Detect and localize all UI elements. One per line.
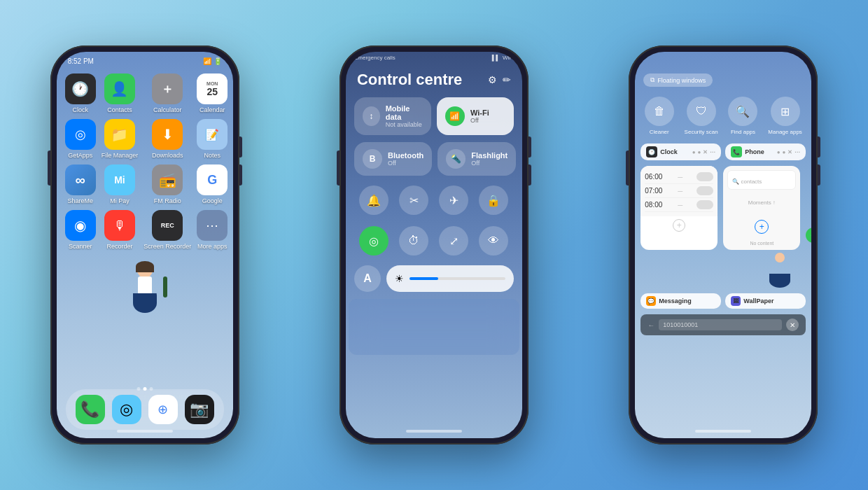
app-scanner[interactable]: ◉ Scanner xyxy=(65,210,96,250)
manageapps-label: Manage apps xyxy=(768,129,802,135)
findapps-icon: 🔍 xyxy=(728,97,757,126)
auto-brightness-btn[interactable]: A xyxy=(354,265,381,292)
dock-chrome[interactable]: ⊕ xyxy=(148,395,178,424)
phone-add-btn[interactable]: + xyxy=(755,220,769,234)
app-downloads-label: Downloads xyxy=(152,152,183,159)
app-fmradio[interactable]: 📻 FM Radio xyxy=(144,164,191,204)
brightness-icon: ☀ xyxy=(395,273,404,284)
airplane-btn[interactable]: ✈ xyxy=(439,186,468,215)
messaging-chip-label: Messaging xyxy=(659,298,692,304)
edit-icon[interactable]: ✏ xyxy=(503,74,511,85)
alarm-toggle-0700[interactable] xyxy=(696,186,713,195)
clock-header-actions: ● ● ✕ ⋯ xyxy=(692,149,716,155)
eye-btn[interactable]: 👁 xyxy=(479,226,508,255)
power-btn[interactable] xyxy=(48,150,50,186)
app-shareme[interactable]: ∞ ShareMe xyxy=(65,164,96,204)
action-cleaner[interactable]: 🗑 Cleaner xyxy=(645,97,674,135)
app-calculator[interactable]: ＋ Calculator xyxy=(144,74,191,113)
manageapps-icon: ⊞ xyxy=(771,97,800,126)
app-moreapps[interactable]: ⋯ More apps xyxy=(197,210,227,250)
clock-app-header[interactable]: 🕐 Clock ● ● ✕ ⋯ xyxy=(640,144,721,160)
wallpaper-chip[interactable]: 🖼 WallPaper xyxy=(725,293,806,309)
app-notes[interactable]: 📝 Notes xyxy=(197,119,227,159)
settings-icon[interactable]: ⚙ xyxy=(488,74,497,85)
app-filemanager[interactable]: 📁 File Manager xyxy=(102,119,139,159)
back-arrow-icon[interactable]: ← xyxy=(648,321,654,329)
expand-btn[interactable]: ⤢ xyxy=(439,226,468,255)
cc-tile-mobiledata[interactable]: ↕ Mobile data Not available xyxy=(354,97,431,135)
phone2-vol-up[interactable] xyxy=(528,136,531,158)
screenshot-btn[interactable]: ✂ xyxy=(399,186,428,215)
add-recent-btn[interactable]: + xyxy=(806,227,811,243)
alarm-time-0800: 08:00 xyxy=(645,201,662,209)
cc-tile-flashlight[interactable]: 🔦 Flashlight Off xyxy=(438,142,516,176)
page-dots xyxy=(136,387,153,391)
app-contacts[interactable]: 👤 Contacts xyxy=(102,74,139,113)
phone3-power[interactable] xyxy=(626,150,629,186)
action-manageapps[interactable]: ⊞ Manage apps xyxy=(768,97,802,135)
lock-btn[interactable]: 🔒 xyxy=(479,186,508,215)
phone3-character xyxy=(635,253,811,288)
location-btn[interactable]: ◎ xyxy=(359,226,388,255)
phone2-notif-bar: Emergency calls ▌▌ WiFi xyxy=(346,52,522,64)
floating-windows-btn[interactable]: ⧉ Floating windows xyxy=(643,74,713,87)
add-alarm-btn[interactable]: + xyxy=(673,219,685,232)
phone-card-body: 🔍 contacts Moments ↑ + No content xyxy=(723,166,800,250)
app-calendar[interactable]: MON25 Calendar xyxy=(197,74,227,113)
phone3-vol-up[interactable] xyxy=(818,136,820,158)
wifi-icon: 🔋 xyxy=(214,57,222,65)
app-mipay[interactable]: Mi Mi Pay xyxy=(102,164,139,204)
phone2-power[interactable] xyxy=(337,150,340,186)
close-search-btn[interactable]: ✕ xyxy=(786,318,799,331)
action-security[interactable]: 🛡 Security scan xyxy=(685,97,718,135)
cc-tile-wifi-text: Wi-Fi Off xyxy=(470,108,489,124)
phone2-home-indicator[interactable] xyxy=(406,430,462,433)
dock-camera[interactable]: 📷 xyxy=(185,395,214,424)
security-label: Security scan xyxy=(685,129,718,135)
app-screenrecorder[interactable]: REC Screen Recorder xyxy=(144,210,191,250)
search-input-sim[interactable]: 1010010001 xyxy=(659,319,782,330)
security-icon: 🛡 xyxy=(687,97,716,126)
dock-phone[interactable]: 📞 xyxy=(76,395,105,424)
cc-tile-wifi[interactable]: 📶 Wi-Fi Off xyxy=(437,97,514,135)
getapps-icon: ◎ xyxy=(65,119,96,150)
alarm-toggle-0600[interactable] xyxy=(696,172,713,181)
phone3-home-indicator[interactable] xyxy=(695,430,751,433)
cc-tile-bluetooth[interactable]: B Bluetooth Off xyxy=(354,142,432,176)
action-findapps[interactable]: 🔍 Find apps xyxy=(728,97,757,135)
messaging-chip-icon: 💬 xyxy=(646,296,656,306)
app-filemanager-label: File Manager xyxy=(102,152,139,159)
vol-up-btn[interactable] xyxy=(239,136,242,158)
cc-brightness-row: A ☀ xyxy=(346,261,522,296)
search-query: 1010010001 xyxy=(663,321,698,328)
clock-recent-card[interactable]: 06:00 — 07:00 — 08:00 — xyxy=(640,166,718,250)
app-clock[interactable]: 🕐 Clock xyxy=(65,74,96,113)
cc-header: Control centre ⚙ ✏ xyxy=(346,64,522,93)
phone-app-header[interactable]: 📞 Phone ● ● ✕ ⋯ xyxy=(725,144,806,160)
timer-btn[interactable]: ⏱ xyxy=(399,226,428,255)
phone1-home-indicator[interactable] xyxy=(117,430,173,433)
cc-header-icons: ⚙ ✏ xyxy=(488,74,511,85)
vol-dn-btn[interactable] xyxy=(239,164,242,186)
phone-search-sim[interactable]: 🔍 contacts xyxy=(727,170,796,190)
downloads-icon: ⬇ xyxy=(152,119,183,150)
character-area xyxy=(57,255,233,340)
alarm-toggle-0800[interactable] xyxy=(696,200,713,209)
alarm-0600: 06:00 — xyxy=(645,170,713,184)
dock-browser[interactable]: ◎ xyxy=(112,395,141,424)
app-getapps[interactable]: ◎ GetApps xyxy=(65,119,96,159)
cc-blur-area xyxy=(349,299,519,355)
phone2-wrapper: Emergency calls ▌▌ WiFi Control centre ⚙… xyxy=(340,46,528,444)
calculator-icon: ＋ xyxy=(152,74,183,104)
phone2-vol-dn[interactable] xyxy=(528,164,531,186)
phone3-status-bar: 8:52 xyxy=(635,52,811,68)
bell-btn[interactable]: 🔔 xyxy=(359,186,388,215)
app-recorder[interactable]: 🎙 Recorder xyxy=(102,210,139,250)
app-shareme-label: ShareMe xyxy=(67,197,93,204)
brightness-slider[interactable]: ☀ xyxy=(386,265,514,292)
phone-recent-card[interactable]: 🔍 contacts Moments ↑ + No content xyxy=(723,166,800,250)
app-google[interactable]: G Google xyxy=(197,164,227,204)
messaging-chip[interactable]: 💬 Messaging xyxy=(640,293,721,309)
app-downloads[interactable]: ⬇ Downloads xyxy=(144,119,191,159)
phone3-vol-dn[interactable] xyxy=(818,164,820,186)
